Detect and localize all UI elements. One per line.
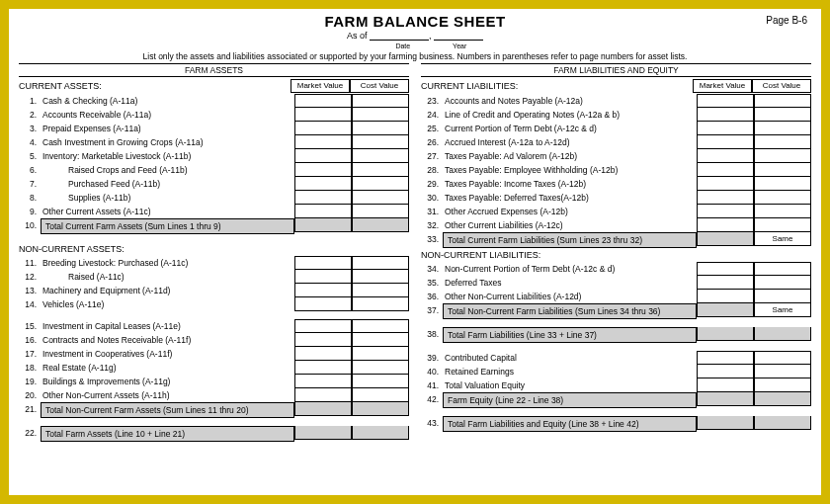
line-item: 18.Real Estate (A-11g) xyxy=(19,361,409,375)
mv-cell[interactable] xyxy=(294,149,352,163)
mv-cell[interactable] xyxy=(697,218,754,232)
line-item: 32.Other Current Liabilities (A-12c) xyxy=(421,218,811,232)
subtitle: List only the assets and liabilities ass… xyxy=(19,51,811,61)
mv-cell[interactable] xyxy=(697,177,754,191)
mv-cell[interactable] xyxy=(294,177,352,191)
cv-cell[interactable] xyxy=(352,284,409,297)
line-item: 20.Other Non-Current Assets (A-11h) xyxy=(19,388,409,402)
cv-cell[interactable] xyxy=(352,94,409,108)
mv-cell[interactable] xyxy=(697,290,754,303)
cv-cell[interactable] xyxy=(754,365,811,378)
cv-cell[interactable] xyxy=(754,218,811,232)
mv-cell[interactable] xyxy=(697,94,754,108)
cv-cell[interactable] xyxy=(754,122,811,135)
mv-cell[interactable] xyxy=(697,205,754,218)
cv-cell[interactable] xyxy=(754,378,811,392)
title: FARM BALANCE SHEET xyxy=(19,13,811,30)
line-item: 11.Breeding Livestock: Purchased (A-11c) xyxy=(19,256,409,270)
line-item: 34.Non-Current Portion of Term Debt (A-1… xyxy=(421,262,811,276)
mv-cell[interactable] xyxy=(294,333,352,347)
cv-cell[interactable] xyxy=(352,388,409,402)
line-item: 25.Current Portion of Term Debt (A-12c &… xyxy=(421,122,811,135)
line-item: 14.Vehicles (A-11e) xyxy=(19,297,409,311)
mv-cell[interactable] xyxy=(697,276,754,290)
cv-cell[interactable] xyxy=(754,163,811,177)
cv-cell[interactable] xyxy=(352,205,409,218)
mv-cell[interactable] xyxy=(697,191,754,205)
line-item: 2.Accounts Receivable (A-11a) xyxy=(19,108,409,122)
mv-cell[interactable] xyxy=(697,149,754,163)
cv-cell[interactable] xyxy=(754,290,811,303)
line-item: 40.Retained Earnings xyxy=(421,365,811,378)
line-item: 27.Taxes Payable: Ad Valorem (A-12b) xyxy=(421,149,811,163)
mv-cell[interactable] xyxy=(294,191,352,205)
line-item: 12.Raised (A-11c) xyxy=(19,270,409,284)
mv-cell[interactable] xyxy=(294,347,352,361)
line-item: 39.Contributed Capital xyxy=(421,351,811,365)
mv-cell[interactable] xyxy=(697,378,754,392)
cv-cell[interactable] xyxy=(352,375,409,388)
cv-cell[interactable] xyxy=(352,135,409,149)
mv-cell[interactable] xyxy=(294,94,352,108)
mv-cell[interactable] xyxy=(294,256,352,270)
line-item: 23.Accounts and Notes Payable (A-12a) xyxy=(421,94,811,108)
line-item: 3.Prepaid Expenses (A-11a) xyxy=(19,122,409,135)
cv-cell[interactable] xyxy=(352,270,409,284)
cv-cell[interactable] xyxy=(352,122,409,135)
cv-cell[interactable] xyxy=(754,94,811,108)
cv-cell[interactable] xyxy=(352,319,409,333)
cv-cell[interactable] xyxy=(754,351,811,365)
non-current-liab-hdr: NON-CURRENT LIABILITIES: xyxy=(421,250,811,260)
line-item: 17.Investment in Cooperatives (A-11f) xyxy=(19,347,409,361)
cv-cell[interactable] xyxy=(352,256,409,270)
mv-cell[interactable] xyxy=(294,108,352,122)
mv-cell[interactable] xyxy=(294,135,352,149)
mv-cell[interactable] xyxy=(294,270,352,284)
line-item: 31.Other Accrued Expenses (A-12b) xyxy=(421,205,811,218)
cv-cell[interactable] xyxy=(352,163,409,177)
mv-cell[interactable] xyxy=(294,319,352,333)
cv-cell[interactable] xyxy=(754,262,811,276)
mv-cell[interactable] xyxy=(294,205,352,218)
line-item: 15.Investment in Capital Leases (A-11e) xyxy=(19,319,409,333)
cv-cell[interactable] xyxy=(352,149,409,163)
mv-cell[interactable] xyxy=(294,284,352,297)
cv-cell[interactable] xyxy=(754,205,811,218)
cv-cell[interactable] xyxy=(754,135,811,149)
mv-cell[interactable] xyxy=(294,375,352,388)
mv-cell[interactable] xyxy=(697,163,754,177)
mv-cell[interactable] xyxy=(697,108,754,122)
mv-cell[interactable] xyxy=(697,135,754,149)
cv-cell[interactable] xyxy=(754,276,811,290)
mv-cell[interactable] xyxy=(697,351,754,365)
mv-cell[interactable] xyxy=(294,297,352,311)
cv-cell[interactable] xyxy=(754,108,811,122)
cv-cell[interactable] xyxy=(352,347,409,361)
line-item: 16.Contracts and Notes Receivable (A-11f… xyxy=(19,333,409,347)
current-liab-hdr: CURRENT LIABILITIES: xyxy=(421,81,693,91)
mv-cell[interactable] xyxy=(697,122,754,135)
cv-cell[interactable] xyxy=(352,361,409,375)
line-item: 1.Cash & Checking (A-11a) xyxy=(19,94,409,108)
mv-cell[interactable] xyxy=(697,365,754,378)
mv-cell[interactable] xyxy=(294,388,352,402)
cv-cell[interactable] xyxy=(352,333,409,347)
year-field[interactable] xyxy=(434,31,483,41)
line-item: 13.Machinery and Equipment (A-11d) xyxy=(19,284,409,297)
cv-cell[interactable] xyxy=(352,297,409,311)
mv-cell[interactable] xyxy=(294,163,352,177)
cv-cell[interactable] xyxy=(754,177,811,191)
cv-cell[interactable] xyxy=(352,177,409,191)
cv-cell[interactable] xyxy=(352,191,409,205)
mv-cell[interactable] xyxy=(697,262,754,276)
line-item: 36.Other Non-Current Liabilities (A-12d) xyxy=(421,290,811,303)
mv-cell[interactable] xyxy=(294,122,352,135)
line-item: 6.Raised Crops and Feed (A-11b) xyxy=(19,163,409,177)
page-num: Page B-6 xyxy=(766,15,807,26)
cv-cell[interactable] xyxy=(352,108,409,122)
non-current-assets-hdr: NON-CURRENT ASSETS: xyxy=(19,244,409,254)
date-field[interactable] xyxy=(370,31,429,41)
mv-cell[interactable] xyxy=(294,361,352,375)
cv-cell[interactable] xyxy=(754,191,811,205)
cv-cell[interactable] xyxy=(754,149,811,163)
